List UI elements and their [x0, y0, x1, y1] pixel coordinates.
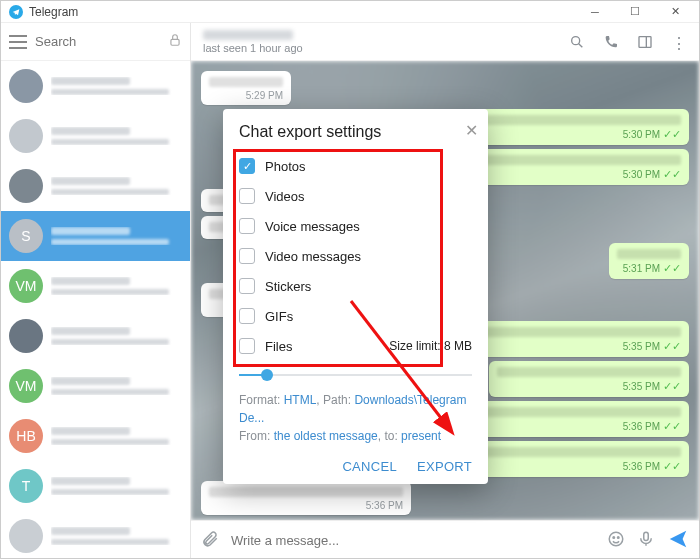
lock-icon[interactable] [168, 33, 182, 50]
chat-list-item[interactable]: S [1, 211, 190, 261]
svg-rect-0 [171, 39, 179, 45]
search-input[interactable] [35, 34, 160, 49]
export-settings-modal: ✕ Chat export settings ✓PhotosVideosVoic… [223, 109, 488, 484]
export-option-label: Files [265, 339, 292, 354]
mic-icon[interactable] [637, 530, 655, 551]
export-option-label: Videos [265, 189, 305, 204]
telegram-logo-icon [9, 5, 23, 19]
chat-list: SVMVMHBT [1, 61, 190, 559]
export-option-row[interactable]: ✓Photos [239, 151, 472, 181]
chat-list-item[interactable]: VM [1, 361, 190, 411]
checkbox[interactable] [239, 188, 255, 204]
size-limit-slider[interactable] [239, 367, 472, 383]
menu-icon[interactable] [9, 35, 27, 49]
chat-name [203, 30, 293, 40]
from-link[interactable]: the oldest message [274, 429, 378, 443]
message-outgoing: 5:35 PM✓✓ [459, 321, 689, 357]
export-option-row[interactable]: GIFs [239, 301, 472, 331]
message-incoming: 5:29 PM [201, 71, 291, 105]
chat-list-item[interactable] [1, 511, 190, 559]
avatar [9, 519, 43, 553]
export-option-row[interactable]: FilesSize limit: 8 MB [239, 331, 472, 361]
export-option-label: Photos [265, 159, 305, 174]
call-icon[interactable] [603, 34, 619, 50]
modal-title: Chat export settings [239, 123, 472, 141]
window-titlebar: Telegram ─ ☐ ✕ [1, 1, 699, 23]
avatar [9, 69, 43, 103]
chat-list-item[interactable]: T [1, 461, 190, 511]
export-option-row[interactable]: Video messages [239, 241, 472, 271]
message-input[interactable] [231, 533, 595, 548]
checkbox[interactable]: ✓ [239, 158, 255, 174]
export-option-label: Stickers [265, 279, 311, 294]
window-title: Telegram [29, 5, 78, 19]
avatar: VM [9, 369, 43, 403]
export-option-label: Voice messages [265, 219, 360, 234]
export-option-label: GIFs [265, 309, 293, 324]
avatar [9, 119, 43, 153]
message-incoming: 5:36 PM [201, 481, 411, 515]
checkbox[interactable] [239, 308, 255, 324]
close-icon[interactable]: ✕ [465, 121, 478, 140]
message-outgoing: 5:35 PM✓✓ [489, 361, 689, 397]
export-button[interactable]: EXPORT [417, 459, 472, 474]
window-minimize-button[interactable]: ─ [575, 1, 615, 23]
sidebar: SVMVMHBT [1, 23, 191, 559]
send-button[interactable] [667, 528, 689, 553]
cancel-button[interactable]: CANCEL [342, 459, 397, 474]
search-input-wrap[interactable] [35, 34, 160, 49]
chat-list-item[interactable]: VM [1, 261, 190, 311]
checkbox[interactable] [239, 338, 255, 354]
window-close-button[interactable]: ✕ [655, 1, 695, 23]
export-option-label: Video messages [265, 249, 361, 264]
svg-point-7 [618, 537, 620, 539]
message-outgoing: 5:31 PM✓✓ [609, 243, 689, 279]
export-format-line: Format: HTML, Path: Downloads\Telegram D… [239, 391, 472, 427]
svg-point-5 [609, 532, 623, 546]
sidebar-toggle-icon[interactable] [637, 34, 653, 50]
window-maximize-button[interactable]: ☐ [615, 1, 655, 23]
chat-header: last seen 1 hour ago ⋮ [191, 23, 699, 61]
to-link[interactable]: present [401, 429, 441, 443]
message-outgoing: 5:36 PM✓✓ [459, 401, 689, 437]
chat-list-item[interactable] [1, 161, 190, 211]
attach-icon[interactable] [201, 530, 219, 551]
size-limit-label: Size limit: 8 MB [389, 339, 472, 353]
avatar: VM [9, 269, 43, 303]
export-range-line: From: the oldest message, to: present [239, 427, 472, 445]
checkbox[interactable] [239, 248, 255, 264]
format-link[interactable]: HTML [284, 393, 317, 407]
export-option-row[interactable]: Voice messages [239, 211, 472, 241]
checkbox[interactable] [239, 218, 255, 234]
search-in-chat-icon[interactable] [569, 34, 585, 50]
export-option-row[interactable]: Stickers [239, 271, 472, 301]
avatar [9, 319, 43, 353]
avatar: T [9, 469, 43, 503]
message-outgoing: 5:30 PM✓✓ [469, 149, 689, 185]
emoji-icon[interactable] [607, 530, 625, 551]
chat-status: last seen 1 hour ago [203, 42, 303, 54]
chat-list-item[interactable]: HB [1, 411, 190, 461]
export-option-row[interactable]: Videos [239, 181, 472, 211]
svg-point-1 [572, 36, 580, 44]
svg-rect-8 [644, 532, 649, 540]
chat-list-item[interactable] [1, 61, 190, 111]
chat-list-item[interactable] [1, 311, 190, 361]
avatar: HB [9, 419, 43, 453]
svg-point-6 [613, 537, 615, 539]
svg-rect-3 [639, 36, 651, 47]
chat-list-item[interactable] [1, 111, 190, 161]
avatar: S [9, 219, 43, 253]
svg-line-2 [579, 43, 583, 47]
more-icon[interactable]: ⋮ [671, 34, 687, 50]
checkbox[interactable] [239, 278, 255, 294]
composer [191, 520, 699, 559]
avatar [9, 169, 43, 203]
